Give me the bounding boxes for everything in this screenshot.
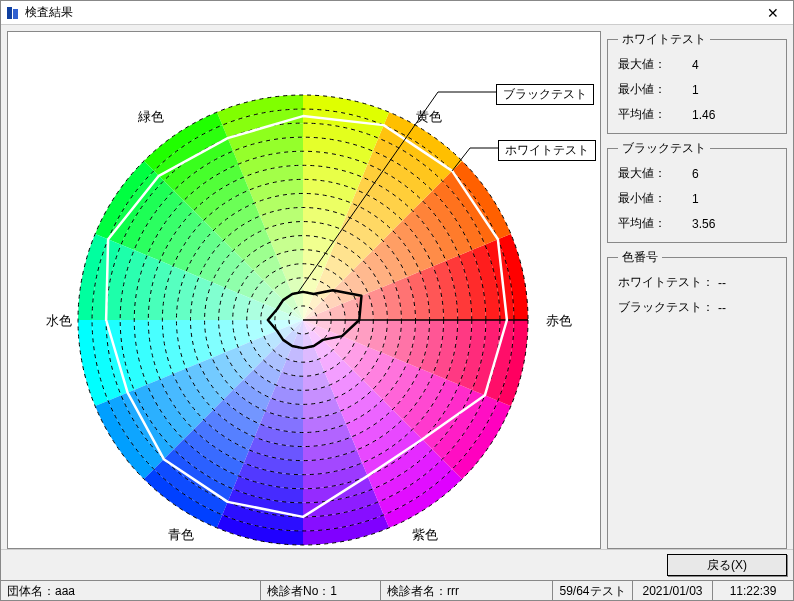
axis-label-green: 緑色 <box>138 108 164 126</box>
svg-rect-1 <box>13 9 18 19</box>
white-avg-value: 1.46 <box>692 108 742 122</box>
black-avg-label: 平均値： <box>618 215 692 232</box>
white-min-value: 1 <box>692 83 742 97</box>
content-area: 赤色 黄色 緑色 水色 青色 紫色 ブラックテスト ホワイトテスト ホワイトテス… <box>1 25 793 549</box>
black-min-value: 1 <box>692 192 742 206</box>
colorno-black-label: ブラックテスト： <box>618 299 718 316</box>
callout-black-test: ブラックテスト <box>496 84 594 105</box>
axis-label-cyan: 水色 <box>46 312 72 330</box>
colorno-black-value: -- <box>718 301 768 315</box>
status-examiner-name: 検診者名：rrr <box>381 581 553 600</box>
status-time: 11:22:39 <box>713 581 793 600</box>
black-max-label: 最大値： <box>618 165 692 182</box>
close-button[interactable]: ✕ <box>757 2 789 24</box>
axis-label-red: 赤色 <box>546 312 572 330</box>
colorno-white-value: -- <box>718 276 768 290</box>
button-row: 戻る(X) <box>1 549 793 580</box>
app-icon <box>5 5 21 21</box>
group-white-test-legend: ホワイトテスト <box>618 31 710 48</box>
axis-label-blue: 青色 <box>168 526 194 544</box>
black-min-label: 最小値： <box>618 190 692 207</box>
svg-rect-0 <box>7 7 12 19</box>
status-group: 団体名：aaa <box>1 581 261 600</box>
axis-label-purple: 紫色 <box>412 526 438 544</box>
colorno-white-label: ホワイトテスト： <box>618 274 718 291</box>
side-panels: ホワイトテスト 最大値：4 最小値：1 平均値：1.46 ブラックテスト 最大値… <box>607 31 787 549</box>
status-progress: 59/64テスト <box>553 581 633 600</box>
group-color-no-legend: 色番号 <box>618 249 662 266</box>
statusbar: 団体名：aaa 検診者No：1 検診者名：rrr 59/64テスト 2021/0… <box>1 580 793 600</box>
window-title: 検査結果 <box>25 4 757 21</box>
color-wheel-radar <box>8 32 598 549</box>
black-avg-value: 3.56 <box>692 217 742 231</box>
group-black-test: ブラックテスト 最大値：6 最小値：1 平均値：3.56 <box>607 140 787 243</box>
white-max-value: 4 <box>692 58 742 72</box>
group-black-test-legend: ブラックテスト <box>618 140 710 157</box>
group-color-no: 色番号 ホワイトテスト：-- ブラックテスト：-- <box>607 249 787 549</box>
status-examiner-no: 検診者No：1 <box>261 581 381 600</box>
group-white-test: ホワイトテスト 最大値：4 最小値：1 平均値：1.46 <box>607 31 787 134</box>
white-avg-label: 平均値： <box>618 106 692 123</box>
window: 検査結果 ✕ 赤色 黄色 緑色 水色 青色 紫色 ブラックテスト ホワイトテスト… <box>0 0 794 601</box>
callout-white-test: ホワイトテスト <box>498 140 596 161</box>
white-max-label: 最大値： <box>618 56 692 73</box>
titlebar: 検査結果 ✕ <box>1 1 793 25</box>
back-button[interactable]: 戻る(X) <box>667 554 787 576</box>
black-max-value: 6 <box>692 167 742 181</box>
chart-panel: 赤色 黄色 緑色 水色 青色 紫色 ブラックテスト ホワイトテスト <box>7 31 601 549</box>
axis-label-yellow: 黄色 <box>416 108 442 126</box>
white-min-label: 最小値： <box>618 81 692 98</box>
status-date: 2021/01/03 <box>633 581 713 600</box>
